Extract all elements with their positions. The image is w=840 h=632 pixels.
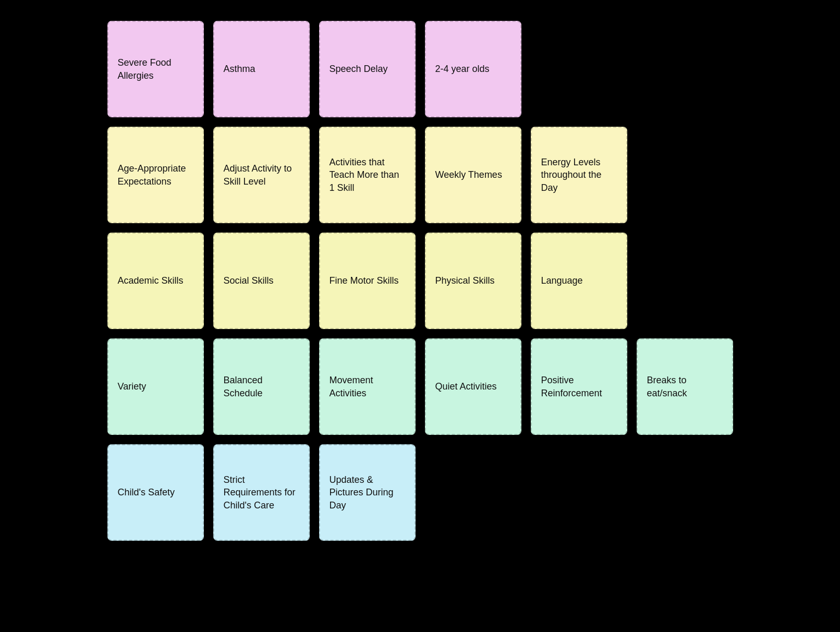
card-label: Quiet Activities [435, 380, 497, 393]
card-label: Energy Levels throughout the Day [541, 156, 617, 194]
card-item[interactable]: 2-4 year olds [425, 21, 521, 117]
card-label: Social Skills [224, 274, 274, 287]
card-label: Movement Activities [330, 374, 405, 399]
card-item[interactable]: Energy Levels throughout the Day [531, 127, 627, 223]
card-item[interactable]: Social Skills [213, 233, 310, 329]
row-3: VarietyBalanced ScheduleMovement Activit… [107, 338, 733, 435]
card-label: Updates & Pictures During Day [330, 473, 405, 512]
card-item[interactable]: Updates & Pictures During Day [319, 444, 416, 541]
card-label: Severe Food Allergies [118, 56, 193, 82]
card-item[interactable]: Strict Requirements for Child's Care [213, 444, 310, 541]
card-item[interactable]: Positive Reinforcement [531, 338, 627, 435]
card-item[interactable]: Quiet Activities [425, 338, 521, 435]
card-item[interactable]: Severe Food Allergies [107, 21, 204, 117]
card-item[interactable]: Balanced Schedule [213, 338, 310, 435]
card-item[interactable]: Adjust Activity to Skill Level [213, 127, 310, 223]
card-item[interactable]: Language [531, 233, 627, 329]
card-item[interactable]: Speech Delay [319, 21, 416, 117]
card-label: Age-Appropriate Expectations [118, 162, 193, 188]
card-label: Speech Delay [330, 63, 388, 75]
card-label: Positive Reinforcement [541, 374, 617, 399]
row-2: Academic SkillsSocial SkillsFine Motor S… [107, 233, 733, 329]
card-item[interactable]: Asthma [213, 21, 310, 117]
card-item[interactable]: Activities that Teach More than 1 Skill [319, 127, 416, 223]
row-4: Child's SafetyStrict Requirements for Ch… [107, 444, 733, 541]
card-item[interactable]: Child's Safety [107, 444, 204, 541]
row-1: Age-Appropriate ExpectationsAdjust Activ… [107, 127, 733, 223]
card-item[interactable]: Breaks to eat/snack [637, 338, 733, 435]
card-item[interactable]: Academic Skills [107, 233, 204, 329]
card-item[interactable]: Fine Motor Skills [319, 233, 416, 329]
card-label: Adjust Activity to Skill Level [224, 162, 299, 188]
card-label: Weekly Themes [435, 168, 502, 181]
card-label: Child's Safety [118, 486, 175, 499]
row-0: Severe Food AllergiesAsthmaSpeech Delay2… [107, 21, 733, 117]
card-label: Language [541, 274, 583, 287]
card-item[interactable]: Weekly Themes [425, 127, 521, 223]
card-label: Variety [118, 380, 147, 393]
card-item[interactable]: Age-Appropriate Expectations [107, 127, 204, 223]
card-label: Balanced Schedule [224, 374, 299, 399]
card-label: Physical Skills [435, 274, 495, 287]
card-label: Strict Requirements for Child's Care [224, 473, 299, 512]
card-item[interactable]: Movement Activities [319, 338, 416, 435]
card-item[interactable]: Variety [107, 338, 204, 435]
card-item[interactable]: Physical Skills [425, 233, 521, 329]
card-label: Asthma [224, 63, 255, 75]
card-label: Fine Motor Skills [330, 274, 399, 287]
card-label: Breaks to eat/snack [647, 374, 723, 399]
card-label: Activities that Teach More than 1 Skill [330, 156, 405, 194]
card-label: 2-4 year olds [435, 63, 490, 75]
card-board: Severe Food AllergiesAsthmaSpeech Delay2… [107, 21, 733, 541]
card-label: Academic Skills [118, 274, 184, 287]
